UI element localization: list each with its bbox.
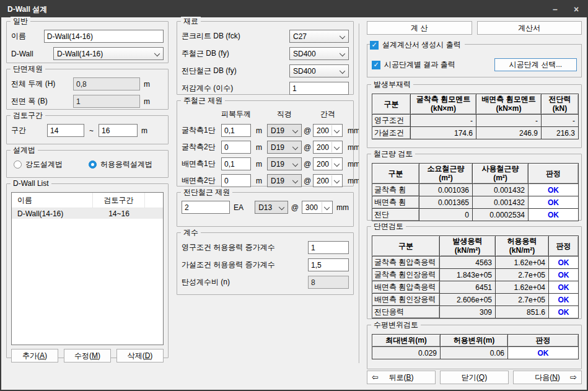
group-dwall-list-title: D-Wall List [11,179,51,188]
group-shear-rebar-title: 전단철근 제원 [181,188,232,196]
group-main-rebar: 주철근 제원 피복두께 직경 간격 굴착측1단 m D19 @ 200 mm 굴… [177,100,354,187]
back-side-1-dia-select[interactable]: D19 [267,157,302,170]
stage-select-button[interactable]: 시공단계 선택... [494,58,577,71]
row-label: 전단응력 [372,306,440,319]
cell-value: 2.7e+05 [496,294,549,306]
chevron-down-icon [340,33,345,39]
excav-side-2-dia-select[interactable]: D19 [267,141,302,154]
group-dwall-list: D-Wall List 이름 검토구간 D-Wall(14-16) 14~16 … [6,183,169,358]
group-shear-rebar: 전단철근 제원 EA D13 @ 300 mm [177,192,354,227]
calculate-button[interactable]: 계 산 [367,21,472,35]
delete-button[interactable]: 삭제(D) [116,349,164,362]
col-header: 허용응력(kN/m²) [496,236,549,257]
group-review-range: 검토구간 구간 ~ m [6,115,169,144]
chevron-down-icon [154,51,160,56]
temp-factor-label: 가설조건 허용응력 증가계수 [182,260,308,270]
group-member-force-title: 발생부재력 [371,80,413,89]
unit-mm: mm [348,160,360,169]
unit-mm: mm [348,177,360,185]
chevron-down-icon [292,144,298,150]
shear-rebar-db-select[interactable]: SD400 [289,64,349,77]
cell-value: 2.7e+05 [496,269,549,281]
shear-rebar-spacing-select[interactable]: 300 [302,201,333,214]
vertical-divider [359,24,359,363]
row-label: 전단 [372,209,419,221]
dwall-listbox[interactable]: 이름 검토구간 D-Wall(14-16) 14~16 [11,192,164,345]
excav-side-2-cover-input[interactable] [221,141,251,154]
next-button[interactable]: 다음(N) ⇨ [513,371,582,384]
excav-side-2-spacing-select[interactable]: 200 [313,141,343,154]
group-review-range-title: 검토구간 [11,111,45,120]
reduction-factor-input[interactable] [289,82,349,95]
list-col-range[interactable]: 검토구간 [93,193,145,208]
col-header: 전단력(kN) [542,94,579,115]
group-member-force: 발생부재력 구분 굴착측 휨모멘트(kN×m) 배면측 휨모멘트(kN×m) 전… [367,84,582,148]
back-side-1-spacing-select[interactable]: 200 [313,157,343,170]
shear-rebar-dia-select[interactable]: D13 [255,201,288,214]
status-cell: OK [549,281,579,294]
radio-strength-label: 강도설계법 [25,159,63,170]
right-column: 계 산 계산서 ✓ 설계계산서 생성시 출력 ✓ 시공단계별 결과 출력 시공단… [367,21,582,390]
stage-output-checkbox[interactable]: ✓ 시공단계별 결과 출력 [372,59,455,70]
cell-value: 4563 [440,257,496,269]
modulus-ratio-input [308,276,349,289]
excav-side-1-cover-input[interactable] [221,124,251,137]
table-row: 배면측 휨인장응력 2.606e+05 2.7e+05 OK [372,294,579,306]
at-sign: @ [303,143,312,152]
status-cell: OK [549,306,579,319]
calculation-report-button[interactable]: 계산서 [477,21,582,35]
table-row: 전단응력 309 851.6 OK [372,306,579,319]
chevron-down-icon [334,178,340,183]
shear-rebar-count-input[interactable] [182,201,230,214]
spacing-header: 간격 [313,109,343,120]
dwall-select[interactable]: D-Wall(14-16) [53,47,164,60]
name-input[interactable] [44,30,164,43]
perm-factor-input[interactable] [308,241,349,254]
minimize-icon[interactable]: – [545,1,566,17]
radio-allowable-method[interactable]: 허용응력설계법 [89,159,152,170]
unit-m: m [256,143,266,152]
unit-m: m [256,126,266,135]
list-item[interactable]: D-Wall(14-16) 14~16 [12,208,163,219]
cell-value: - [476,115,542,127]
modify-button[interactable]: 수정(M) [64,349,111,362]
front-width-label: 전면 폭 (B) [11,96,73,107]
report-output-checkbox[interactable]: ✓ 설계계산서 생성시 출력 [370,40,465,50]
range-to-input[interactable] [99,124,138,137]
group-main-rebar-title: 주철근 제원 [181,96,225,105]
chevron-down-icon [292,161,298,167]
group-section-check: 단면검토 구분 발생응력(kN/m²) 허용응력(kN/m²) 판정 굴착측 휨… [367,226,582,319]
cell-value: 1.843e+05 [440,269,496,281]
range-label: 구간 [11,125,47,136]
checkbox-checked-icon: ✓ [370,41,379,50]
add-button[interactable]: 추가(A) [11,349,58,362]
group-rebar-check-title: 철근량 검토 [371,149,415,158]
close-icon[interactable]: × [566,1,587,17]
row-label: 굴착측 휨압축응력 [372,257,440,269]
close-button[interactable]: 닫기(Q) [440,371,509,384]
range-from-input[interactable] [47,124,84,137]
excav-side-1-spacing-select[interactable]: 200 [313,124,343,137]
thickness-unit: m [144,80,150,89]
back-side-2-dia-select[interactable]: D19 [267,174,302,187]
back-button[interactable]: ⇦ 뒤로(B) [367,371,436,384]
row-label: 배면측 휨 [372,196,419,209]
radio-strength-method[interactable]: 강도설계법 [14,159,63,170]
back-side-2-cover-input[interactable] [221,174,251,187]
cell-value: 0.001432 [473,196,529,209]
excav-side-1-dia-select[interactable]: D19 [267,124,302,137]
back-side-1-cover-input[interactable] [221,157,251,170]
at-sign: @ [303,177,312,185]
list-col-name[interactable]: 이름 [12,193,93,208]
main-rebar-db-select[interactable]: SD400 [289,47,349,60]
cell-value: 2.606e+05 [440,294,496,306]
left-column: 일반 이름 D-Wall D-Wall(14-16) 단면제원 전체 두께 (H… [6,21,169,390]
cell-value: 0.001036 [419,184,473,196]
back-side-2-spacing-select[interactable]: 200 [313,174,343,187]
status-cell: OK [549,257,579,269]
concrete-db-select[interactable]: C27 [289,30,349,43]
cell-value: 0.06 [441,347,508,359]
temp-factor-input[interactable] [308,258,349,271]
table-row: 전단 0 0.0002534 OK [372,209,579,221]
unit-m: m [256,177,266,185]
